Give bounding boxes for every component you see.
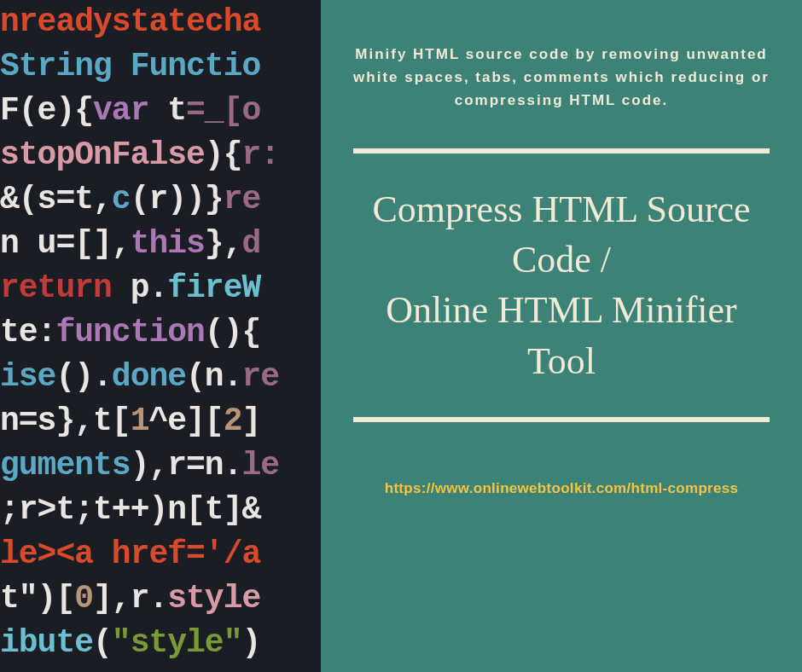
code-line: nreadystatecha xyxy=(0,0,321,44)
code-token: : xyxy=(38,314,56,350)
divider-bottom xyxy=(353,417,770,422)
code-token: ibute xyxy=(0,624,93,661)
code-token: ^e][ xyxy=(148,403,223,439)
code-token: (){ xyxy=(205,314,260,350)
code-token: ),r=n. xyxy=(131,447,242,484)
code-token: &( xyxy=(0,181,38,217)
code-token: (r))} xyxy=(131,181,224,217)
panel-url: https://www.onlinewebtoolkit.com/html-co… xyxy=(385,480,739,497)
code-line: ;r>t;t++)n[t]& xyxy=(0,488,321,532)
code-token: ],r. xyxy=(93,580,167,617)
code-token: u xyxy=(38,225,56,262)
code-line: le><a href='/a xyxy=(0,532,321,576)
code-token: d xyxy=(241,225,260,262)
code-token: "style" xyxy=(112,624,242,661)
code-line: guments),r=n.le xyxy=(0,443,321,488)
code-token: done xyxy=(112,358,186,395)
code-token: 2 xyxy=(224,403,242,439)
code-token: guments xyxy=(0,447,131,484)
code-token: F xyxy=(0,92,19,129)
code-token: =[], xyxy=(55,225,130,262)
code-token: (n. xyxy=(186,358,241,395)
code-token: (e){ xyxy=(19,92,93,129)
code-token: =t, xyxy=(55,181,111,217)
code-token: }, xyxy=(205,225,242,262)
code-token: n xyxy=(0,403,19,439)
code-token: href xyxy=(112,536,186,572)
code-token: c xyxy=(112,181,131,217)
panel-title: Compress HTML Source Code / Online HTML … xyxy=(353,184,770,387)
code-token: style xyxy=(167,580,260,617)
info-panel: Minify HTML source code by removing unwa… xyxy=(321,0,802,672)
code-background: nreadystatechaString Functio F(e){var t=… xyxy=(0,0,321,672)
code-token: le> xyxy=(0,536,55,572)
code-token: ='/a xyxy=(186,536,260,572)
code-token: s xyxy=(38,181,56,217)
code-token: p. xyxy=(112,269,167,306)
code-token: String Functio xyxy=(0,48,260,84)
code-token: le xyxy=(241,447,279,484)
code-token: return xyxy=(0,269,112,306)
code-token: this xyxy=(131,225,205,262)
code-token: re xyxy=(241,358,279,395)
code-line: F(e){var t=_[o xyxy=(0,89,321,133)
code-line: String Functio xyxy=(0,44,321,89)
code-token: function xyxy=(55,314,204,350)
code-token: n xyxy=(0,225,38,262)
code-token: ] xyxy=(241,403,260,439)
code-token: <a xyxy=(55,536,111,572)
code-token: ){ xyxy=(205,136,242,173)
title-line-2: Online HTML Minifier Tool xyxy=(386,289,736,381)
code-token: 1 xyxy=(131,403,149,439)
code-token: te xyxy=(0,314,38,350)
code-line: return p.fireW xyxy=(0,266,321,310)
code-token: ( xyxy=(93,624,112,661)
code-token: ) xyxy=(241,624,260,661)
code-line: n u=[],this},d xyxy=(0,222,321,266)
code-line: stopOnFalse){r: xyxy=(0,133,321,177)
code-token: r: xyxy=(241,136,279,173)
code-token: ise xyxy=(0,358,55,395)
code-token: fireW xyxy=(167,269,260,306)
code-line: ise().done(n.re xyxy=(0,355,321,399)
code-token: 0 xyxy=(74,580,93,617)
code-token: =_[o xyxy=(186,92,260,129)
code-token: t xyxy=(148,92,186,129)
divider-top xyxy=(353,148,770,154)
code-token: nreadystatecha xyxy=(0,3,260,40)
panel-subtitle: Minify HTML source code by removing unwa… xyxy=(353,43,770,113)
code-line: te:function(){ xyxy=(0,310,321,355)
code-token: re xyxy=(224,181,261,217)
code-token: var xyxy=(93,92,148,129)
code-line: n=s},t[1^e][2] xyxy=(0,399,321,443)
code-line: &(s=t,c(r))}re xyxy=(0,177,321,222)
code-token: =s},t[ xyxy=(19,403,131,439)
code-line: ibute("style") xyxy=(0,621,321,665)
code-line: t")[0],r.style xyxy=(0,576,321,621)
title-line-1: Compress HTML Source Code / xyxy=(372,188,750,281)
code-token: ;r>t;t++)n[t]& xyxy=(0,491,260,528)
code-token: t")[ xyxy=(0,580,74,617)
code-token: stopOnFalse xyxy=(0,136,205,173)
code-token: (). xyxy=(55,358,111,395)
